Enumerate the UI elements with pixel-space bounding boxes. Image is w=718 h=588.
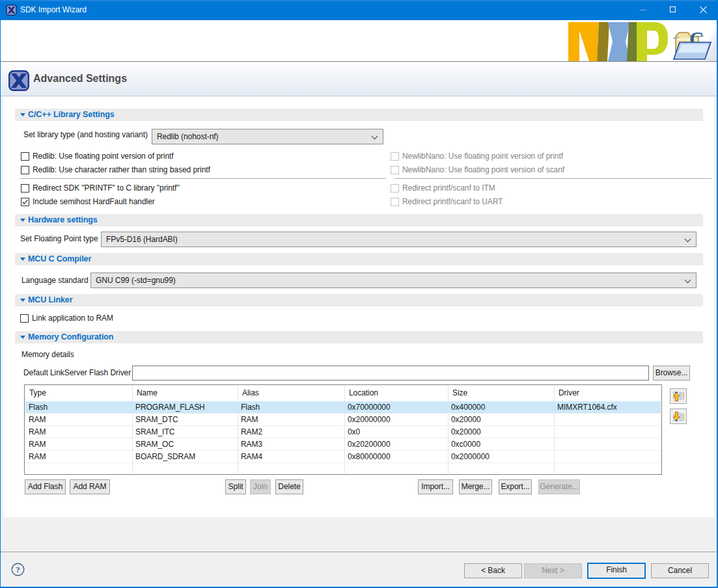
checkbox-label: Include semihost HardFault handler [33, 198, 155, 207]
checkmark-icon [21, 198, 29, 206]
section-library-settings[interactable]: C/C++ Library Settings [15, 109, 703, 121]
c-project-folder-icon: C [672, 25, 713, 60]
table-row-sram_oc[interactable]: RAMSRAM_OCRAM30x202000000xc0000 [25, 438, 661, 451]
section-mcu-linker[interactable]: MCU Linker [15, 294, 703, 306]
checkbox-label: Redirect printf/scanf to ITM [402, 184, 495, 193]
table-row-program_flash[interactable]: FlashPROGRAM_FLASHFlash0x700000000x40000… [25, 401, 661, 414]
table-header-row: TypeNameAliasLocationSizeDriver [25, 385, 661, 401]
table-cell: SRAM_DTC [133, 414, 238, 426]
split-button[interactable]: Split [225, 479, 246, 494]
table-cell [555, 426, 663, 438]
table-cell: RAM [238, 414, 345, 426]
section-title: Memory Configuration [28, 331, 113, 343]
collapse-triangle-icon [20, 258, 25, 261]
mcuxpresso-app-icon [6, 5, 17, 16]
table-cell [555, 451, 663, 463]
back-button[interactable]: < Back [464, 563, 522, 578]
checkbox-label: NewlibNano: Use floating point version o… [402, 166, 564, 175]
nxp-logo [568, 22, 668, 61]
chevron-down-icon [685, 277, 691, 284]
maximize-icon [670, 7, 676, 12]
checkbox-label: NewlibNano: Use floating point version o… [402, 152, 563, 161]
column-header-type[interactable]: Type [25, 385, 132, 401]
titlebar[interactable]: SDK Import Wizard [0, 0, 718, 20]
column-header-size[interactable]: Size [448, 385, 554, 401]
section-hardware-settings[interactable]: Hardware settings [15, 214, 703, 226]
move-down-button[interactable] [670, 408, 687, 424]
merge-button[interactable]: Merge... [459, 479, 492, 494]
fpu-type-label: Set Floating Point type [20, 234, 98, 244]
checkbox-box[interactable] [21, 184, 29, 193]
table-cell: Flash [238, 401, 345, 414]
table-row-board_sdram[interactable]: RAMBOARD_SDRAMRAM40x800000000x2000000 [25, 451, 661, 463]
button-label: Join [251, 480, 270, 494]
checkbox-box[interactable] [20, 314, 29, 323]
add-ram-button[interactable]: Add RAM [70, 479, 110, 494]
checkbox-box [391, 152, 399, 161]
checkbox-box[interactable] [21, 166, 29, 174]
checkbox-box[interactable] [21, 198, 29, 206]
close-icon [699, 6, 707, 14]
browse-button[interactable]: Browse... [653, 366, 690, 381]
checkbox-box[interactable] [21, 152, 29, 161]
table-cell: RAM [26, 438, 133, 451]
close-button[interactable] [688, 0, 718, 20]
next-button: Next > [524, 563, 582, 578]
table-cell [555, 414, 663, 426]
move-up-button[interactable] [670, 388, 687, 404]
language-standard-combo[interactable]: GNU C99 (-std=gnu99) [90, 273, 697, 288]
checkbox-label: Redirect printf/scanf to UART [402, 198, 503, 207]
row-divider [25, 462, 661, 463]
checkbox-label: Redlib: Use character rather than string… [33, 166, 210, 175]
table-cell: RAM [26, 414, 133, 426]
section-title: MCU Linker [28, 294, 72, 306]
flash-driver-input[interactable] [132, 366, 649, 381]
memory-details-label: Memory details [21, 350, 74, 360]
table-cell: RAM [26, 426, 133, 438]
fpu-type-combo[interactable]: FPv5-D16 (HardABI) [101, 232, 697, 247]
export-button[interactable]: Export... [499, 479, 532, 494]
help-icon[interactable]: ? [11, 563, 25, 576]
collapse-triangle-icon [20, 113, 25, 116]
separator [20, 178, 386, 179]
table-cell: RAM3 [238, 438, 345, 451]
table-cell: 0x20000 [449, 414, 555, 426]
button-label: Add Flash [25, 480, 65, 494]
column-header-alias[interactable]: Alias [238, 385, 344, 401]
button-label: Add RAM [70, 480, 109, 494]
cancel-button[interactable]: Cancel [651, 563, 709, 578]
button-label: Export... [499, 480, 531, 494]
mcuxpresso-x-icon [8, 70, 29, 91]
wizard-banner: C [1, 20, 717, 62]
column-header-location[interactable]: Location [344, 385, 448, 401]
table-cell: 0xc0000 [449, 438, 555, 451]
table-cell: SRAM_OC [133, 438, 238, 451]
table-cell: RAM2 [238, 426, 345, 438]
window-title: SDK Import Wizard [20, 0, 87, 20]
column-header-driver[interactable]: Driver [554, 385, 662, 401]
add-flash-button[interactable]: Add Flash [25, 479, 66, 494]
minimize-button[interactable] [628, 0, 658, 20]
memory-table[interactable]: TypeNameAliasLocationSizeDriverFlashPROG… [24, 384, 662, 475]
column-header-name[interactable]: Name [132, 385, 238, 401]
combo-value: Redlib (nohost-nf) [157, 129, 218, 144]
table-cell: BOARD_SDRAM [133, 451, 238, 463]
section-title: Hardware settings [28, 214, 98, 226]
page-title: Advanced Settings [33, 62, 127, 96]
import-button[interactable]: Import... [418, 479, 453, 494]
table-row-sram_itc[interactable]: RAMSRAM_ITCRAM20x00x20000 [25, 426, 661, 438]
library-type-combo[interactable]: Redlib (nohost-nf) [152, 129, 383, 144]
maximize-button[interactable] [658, 0, 688, 20]
section-mcu-c-compiler[interactable]: MCU C Compiler [15, 253, 703, 265]
finish-button[interactable]: Finish [587, 563, 646, 579]
delete-button[interactable]: Delete [275, 479, 303, 494]
checkbox-label: Redlib: Use floating point version of pr… [33, 152, 174, 161]
footer-bar: ? < BackNext >FinishCancel [1, 552, 717, 587]
section-memory-configuration[interactable]: Memory Configuration [15, 331, 703, 343]
move-down-icon [673, 411, 684, 422]
button-label: Merge... [460, 480, 491, 494]
table-row-sram_dtc[interactable]: RAMSRAM_DTCRAM0x200000000x20000 [25, 414, 661, 426]
table-cell: RAM [26, 451, 133, 463]
move-up-icon [673, 391, 684, 402]
collapse-triangle-icon [20, 299, 25, 302]
